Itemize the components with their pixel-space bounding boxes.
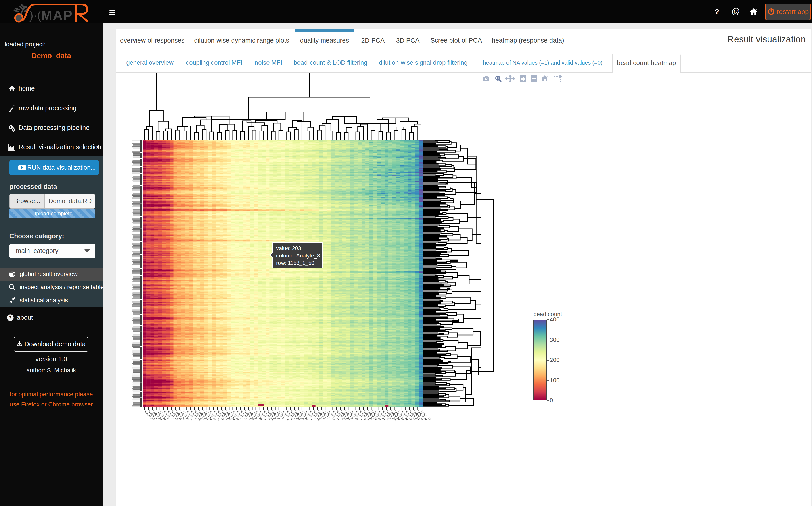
svg-text:)·(: )·( — [29, 9, 41, 22]
svg-text:MAP: MAP — [41, 8, 73, 23]
svg-text:?: ? — [9, 315, 12, 321]
